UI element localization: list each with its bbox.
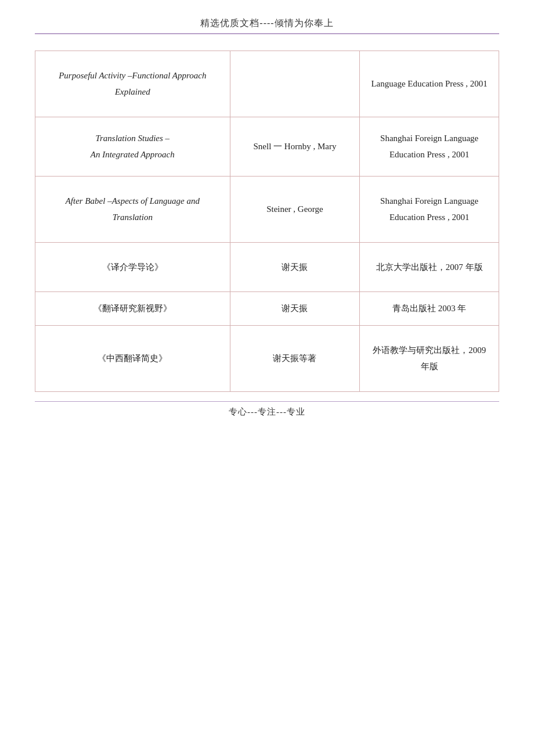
table-row: Purposeful Activity –Functional Approach… xyxy=(35,51,499,117)
title-cell: Purposeful Activity –Functional Approach… xyxy=(35,51,230,117)
publisher-cell: 外语教学与研究出版社，2009 年版 xyxy=(360,325,499,391)
title-cell: 《中西翻译简史》 xyxy=(35,325,230,391)
title-cell: 《译介学导论》 xyxy=(35,242,230,292)
author-cell: Steiner , George xyxy=(230,176,360,242)
author-cell: 谢天振 xyxy=(230,242,360,292)
table-row: Translation Studies –An Integrated Appro… xyxy=(35,117,499,176)
book-title: Translation Studies –An Integrated Appro… xyxy=(91,134,175,160)
book-title: 《中西翻译简史》 xyxy=(98,354,167,363)
table-row: 《中西翻译简史》谢天振等著外语教学与研究出版社，2009 年版 xyxy=(35,325,499,391)
title-cell: Translation Studies –An Integrated Appro… xyxy=(35,117,230,176)
author-cell: 谢天振等著 xyxy=(230,325,360,391)
book-title: 《译介学导论》 xyxy=(102,262,163,272)
table-row: 《译介学导论》谢天振北京大学出版社，2007 年版 xyxy=(35,242,499,292)
header: 精选优质文档----倾情为你奉上 xyxy=(35,17,499,44)
footer: 专心---专注---专业 xyxy=(35,401,499,418)
author-cell xyxy=(230,51,360,117)
author-cell: Snell 一 Hornby , Mary xyxy=(230,117,360,176)
footer-title: 专心---专注---专业 xyxy=(35,406,499,417)
book-title: After Babel –Aspects of Language and Tra… xyxy=(66,196,200,222)
publisher-cell: 青岛出版社 2003 年 xyxy=(360,292,499,326)
publisher-cell: Language Education Press , 2001 xyxy=(360,51,499,117)
footer-divider xyxy=(35,401,499,402)
author-cell: 谢天振 xyxy=(230,292,360,326)
table-row: After Babel –Aspects of Language and Tra… xyxy=(35,176,499,242)
book-title: Purposeful Activity –Functional Approach… xyxy=(59,71,206,97)
main-table: Purposeful Activity –Functional Approach… xyxy=(35,51,499,392)
publisher-cell: Shanghai Foreign Language Education Pres… xyxy=(360,176,499,242)
header-title: 精选优质文档----倾情为你奉上 xyxy=(35,17,499,30)
table-row: 《翻译研究新视野》谢天振青岛出版社 2003 年 xyxy=(35,292,499,326)
header-divider xyxy=(35,33,499,34)
publisher-cell: 北京大学出版社，2007 年版 xyxy=(360,242,499,292)
book-title: 《翻译研究新视野》 xyxy=(93,304,172,313)
publisher-cell: Shanghai Foreign Language Education Pres… xyxy=(360,117,499,176)
title-cell: After Babel –Aspects of Language and Tra… xyxy=(35,176,230,242)
title-cell: 《翻译研究新视野》 xyxy=(35,292,230,326)
